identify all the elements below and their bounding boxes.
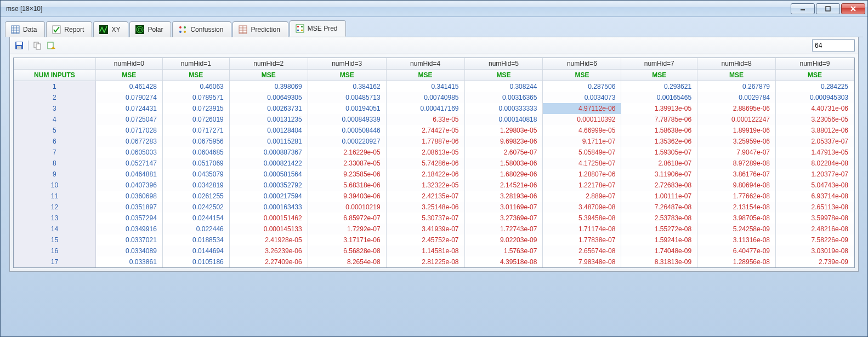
table-cell[interactable]: 6.93714e-08	[776, 191, 854, 202]
table-cell[interactable]: 4.39518e-08	[464, 256, 543, 267]
sub-header[interactable]: MSE	[162, 70, 229, 81]
table-cell[interactable]: 3.28193e-06	[464, 191, 543, 202]
table-cell[interactable]: 0.000581564	[229, 169, 308, 180]
table-cell[interactable]: 2.88695e-06	[697, 103, 776, 114]
table-cell[interactable]: 0.00115281	[229, 136, 308, 147]
table-container[interactable]: numHid=0numHid=1numHid=2numHid=3numHid=4…	[13, 58, 855, 268]
table-cell[interactable]: 4.66999e-05	[543, 125, 621, 136]
table-cell[interactable]: 0.0717028	[95, 125, 162, 136]
column-header[interactable]: numHid=7	[621, 58, 697, 70]
table-cell[interactable]: 0.00010219	[308, 202, 386, 213]
sub-header[interactable]: MSE	[229, 70, 308, 81]
table-cell[interactable]: 9.23585e-06	[308, 169, 386, 180]
table-cell[interactable]: 0.0034073	[543, 92, 621, 103]
table-cell[interactable]: 5.68318e-06	[308, 180, 386, 191]
table-cell[interactable]: 0.0604685	[162, 147, 229, 158]
table-cell[interactable]: 0.000887367	[229, 147, 308, 158]
table-cell[interactable]: 0.284225	[776, 81, 854, 93]
table-cell[interactable]: 1.74048e-09	[621, 245, 697, 256]
table-cell[interactable]: 0.000417169	[386, 103, 464, 114]
table-cell[interactable]: 4.17258e-07	[543, 158, 621, 169]
table-cell[interactable]: 2.14521e-06	[464, 180, 543, 191]
table-cell[interactable]: 0.00194051	[308, 103, 386, 114]
table-cell[interactable]: 5.04743e-08	[776, 180, 854, 191]
table-cell[interactable]: 0.293621	[621, 81, 697, 93]
column-header[interactable]: numHid=8	[697, 58, 776, 70]
table-cell[interactable]: 1.35362e-06	[621, 136, 697, 147]
tab-polar[interactable]: Polar	[129, 21, 171, 37]
sub-header[interactable]: MSE	[464, 70, 543, 81]
sub-header[interactable]: MSE	[386, 70, 464, 81]
table-cell[interactable]: 2.45752e-07	[386, 235, 464, 245]
table-cell[interactable]: 0.0725047	[95, 114, 162, 125]
table-cell[interactable]: 1.20377e-07	[776, 169, 854, 180]
table-cell[interactable]: 0.000333333	[464, 103, 543, 114]
table-cell[interactable]: 0.0789571	[162, 92, 229, 103]
table-cell[interactable]: 1.28956e-08	[697, 256, 776, 267]
table-cell[interactable]: 0.384162	[308, 81, 386, 93]
table-cell[interactable]: 0.033861	[95, 256, 162, 267]
table-cell[interactable]: 3.88012e-06	[776, 125, 854, 136]
table-cell[interactable]: 2.41928e-05	[229, 235, 308, 245]
column-header[interactable]: numHid=5	[464, 58, 543, 70]
table-cell[interactable]: 3.03019e-08	[776, 245, 854, 256]
row-label[interactable]: 17	[14, 256, 95, 267]
table-cell[interactable]: 0.0261255	[162, 191, 229, 202]
row-label[interactable]: 15	[14, 235, 95, 245]
table-cell[interactable]: 2.33087e-05	[308, 158, 386, 169]
table-cell[interactable]: 1.7292e-07	[308, 224, 386, 235]
table-cell[interactable]: 0.0605003	[95, 147, 162, 158]
table-cell[interactable]: 0.0717271	[162, 125, 229, 136]
table-cell[interactable]: 2.889e-07	[543, 191, 621, 202]
table-cell[interactable]: 2.739e-09	[776, 256, 854, 267]
row-label[interactable]: 9	[14, 169, 95, 180]
table-cell[interactable]: 1.58003e-06	[464, 158, 543, 169]
table-cell[interactable]: 0.0029784	[697, 92, 776, 103]
row-label[interactable]: 16	[14, 245, 95, 256]
maximize-button[interactable]	[816, 3, 840, 14]
sub-header[interactable]: MSE	[776, 70, 854, 81]
table-cell[interactable]: 0.0244154	[162, 213, 229, 224]
table-cell[interactable]: 0.00131235	[229, 114, 308, 125]
row-label[interactable]: 3	[14, 103, 95, 114]
table-cell[interactable]: 3.11316e-08	[697, 235, 776, 245]
table-cell[interactable]: 1.00111e-07	[621, 191, 697, 202]
table-cell[interactable]: 0.0342819	[162, 180, 229, 191]
table-cell[interactable]: 0.0351897	[95, 202, 162, 213]
table-cell[interactable]: 2.81225e-08	[386, 256, 464, 267]
table-cell[interactable]: 5.05849e-07	[543, 147, 621, 158]
table-cell[interactable]: 0.461428	[95, 81, 162, 93]
table-cell[interactable]: 2.65113e-08	[776, 202, 854, 213]
table-cell[interactable]: 0.00649305	[229, 92, 308, 103]
table-cell[interactable]: 0.000110392	[543, 114, 621, 125]
table-cell[interactable]: 0.00263731	[229, 103, 308, 114]
table-cell[interactable]: 8.02284e-08	[776, 158, 854, 169]
sub-header[interactable]: MSE	[308, 70, 386, 81]
table-cell[interactable]: 1.28807e-06	[543, 169, 621, 180]
table-cell[interactable]: 0.0675956	[162, 136, 229, 147]
table-cell[interactable]: 7.58226e-09	[776, 235, 854, 245]
table-cell[interactable]: 2.27409e-06	[229, 256, 308, 267]
table-cell[interactable]: 0.0407396	[95, 180, 162, 191]
tab-prediction[interactable]: Prediction	[232, 21, 288, 37]
table-cell[interactable]: 1.14581e-08	[386, 245, 464, 256]
table-cell[interactable]: 2.05337e-07	[776, 136, 854, 147]
table-cell[interactable]: 0.46063	[162, 81, 229, 93]
column-header[interactable]: numHid=1	[162, 58, 229, 70]
table-cell[interactable]: 0.000140818	[464, 114, 543, 125]
table-cell[interactable]: 0.398069	[229, 81, 308, 93]
table-cell[interactable]: 0.000220927	[308, 136, 386, 147]
table-cell[interactable]: 1.39913e-05	[621, 103, 697, 114]
table-cell[interactable]: 7.98348e-08	[543, 256, 621, 267]
table-cell[interactable]: 7.26487e-08	[621, 202, 697, 213]
table-cell[interactable]: 0.00128404	[229, 125, 308, 136]
table-cell[interactable]: 2.13154e-08	[697, 202, 776, 213]
table-cell[interactable]: 0.000163433	[229, 202, 308, 213]
column-header[interactable]: numHid=3	[308, 58, 386, 70]
row-label[interactable]: 1	[14, 81, 95, 93]
column-header[interactable]: numHid=2	[229, 58, 308, 70]
table-cell[interactable]: 0.0723915	[162, 103, 229, 114]
table-cell[interactable]: 3.86176e-07	[697, 169, 776, 180]
table-cell[interactable]: 0.287506	[543, 81, 621, 93]
table-cell[interactable]: 6.40477e-09	[697, 245, 776, 256]
